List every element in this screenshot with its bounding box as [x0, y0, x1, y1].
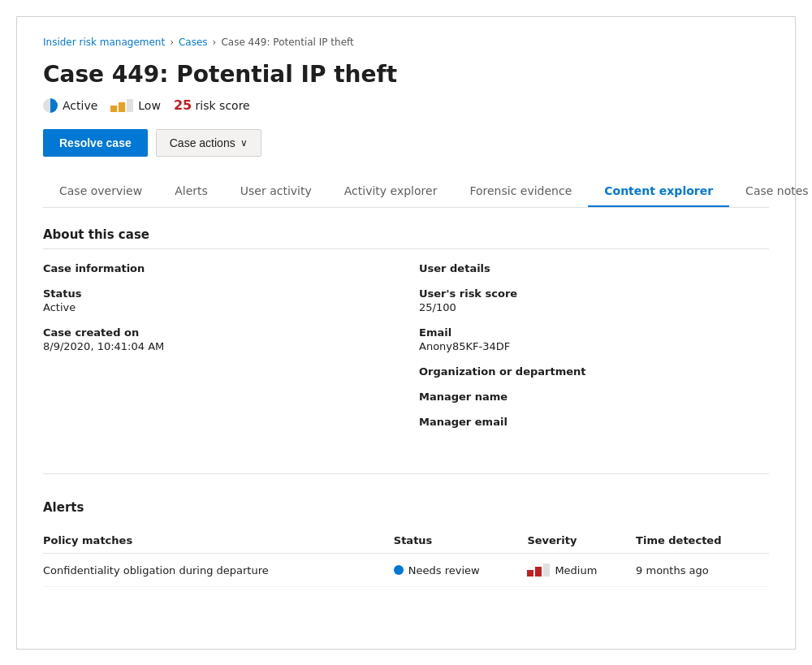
user-details-label: User details [419, 262, 769, 274]
alerts-table-body: Confidentiality obligation during depart… [43, 554, 769, 587]
status-field-value: Active [43, 301, 393, 313]
breadcrumb-insider-risk[interactable]: Insider risk management [43, 37, 165, 48]
alerts-section-title: Alerts [43, 500, 769, 515]
needs-review-label: Needs review [408, 564, 480, 576]
status-label: Active [63, 99, 97, 112]
org-dept-group: Organization or department [419, 365, 769, 378]
user-risk-score-label: User's risk score [419, 287, 769, 300]
case-created-label: Case created on [43, 326, 393, 339]
manager-name-label: Manager name [419, 391, 769, 403]
active-status-icon [43, 98, 58, 113]
breadcrumb-cases[interactable]: Cases [179, 37, 208, 48]
risk-score: 25 risk score [174, 97, 250, 113]
status-field-label: Status [43, 287, 393, 300]
tab-content-explorer[interactable]: Content explorer [588, 176, 729, 207]
tab-user-activity[interactable]: User activity [224, 176, 328, 207]
main-content: Case information Status Active Case crea… [43, 262, 769, 441]
case-information-header: Case information [43, 262, 393, 274]
sev-bar-3 [543, 564, 550, 576]
user-email-label: Email [419, 326, 769, 339]
tab-alerts[interactable]: Alerts [158, 176, 224, 207]
severity-medium: Medium [527, 564, 636, 576]
section-divider [43, 473, 769, 474]
time-detected-cell: 9 months ago [636, 554, 769, 587]
status-bar: Active Low 25 risk score [43, 97, 769, 113]
severity-cell: Medium [527, 554, 636, 587]
user-email-value: Anony85KF-34DF [419, 340, 769, 352]
case-actions-label: Case actions [170, 136, 235, 149]
tabs: Case overview Alerts User activity Activ… [43, 176, 769, 208]
col-severity: Severity [527, 528, 636, 554]
tab-case-notes[interactable]: Case notes [729, 176, 812, 207]
risk-score-label: risk score [196, 99, 250, 112]
manager-name-group: Manager name [419, 391, 769, 403]
risk-bar-3 [127, 99, 133, 112]
case-information-panel: Case information Status Active Case crea… [43, 262, 393, 441]
tab-case-overview[interactable]: Case overview [43, 176, 158, 207]
alerts-table-header-row: Policy matches Status Severity Time dete… [43, 528, 769, 554]
manager-email-group: Manager email [419, 416, 769, 428]
case-created-group: Case created on 8/9/2020, 10:41:04 AM [43, 326, 393, 352]
breadcrumb-sep-1: › [170, 37, 174, 48]
breadcrumb-sep-2: › [213, 37, 217, 48]
risk-score-value: 25 [174, 97, 192, 113]
table-row: Confidentiality obligation during depart… [43, 554, 769, 587]
alerts-section: Alerts Policy matches Status Severity Ti… [43, 500, 769, 587]
policy-match-cell: Confidentiality obligation during depart… [43, 554, 394, 587]
tab-activity-explorer[interactable]: Activity explorer [328, 176, 454, 207]
sev-bar-2 [535, 567, 542, 576]
alerts-table: Policy matches Status Severity Time dete… [43, 528, 769, 587]
risk-bar-1 [110, 106, 117, 112]
severity-bars [527, 564, 550, 576]
risk-level-label: Low [138, 99, 161, 112]
status-cell: Needs review [394, 554, 528, 587]
user-details-header: User details [419, 262, 769, 274]
page-title: Case 449: Potential IP theft [43, 61, 769, 88]
user-risk-score-value: 25/100 [419, 301, 769, 313]
tab-forensic-evidence[interactable]: Forensic evidence [453, 176, 588, 207]
case-information-label: Case information [43, 262, 393, 274]
breadcrumb: Insider risk management › Cases › Case 4… [43, 37, 769, 48]
needs-review-badge: Needs review [394, 564, 528, 576]
col-policy-matches: Policy matches [43, 528, 394, 554]
user-email-group: Email Anony85KF-34DF [419, 326, 769, 352]
user-details-panel: User details User's risk score 25/100 Em… [419, 262, 769, 441]
about-section-title: About this case [43, 227, 769, 249]
severity-label: Medium [555, 564, 597, 576]
risk-level: Low [110, 99, 161, 112]
status-group: Status Active [43, 287, 393, 313]
alerts-table-head: Policy matches Status Severity Time dete… [43, 528, 769, 554]
breadcrumb-current: Case 449: Potential IP theft [221, 37, 353, 48]
manager-email-label: Manager email [419, 416, 769, 428]
org-dept-label: Organization or department [419, 365, 769, 378]
case-created-value: 8/9/2020, 10:41:04 AM [43, 340, 393, 352]
resolve-case-button[interactable]: Resolve case [43, 129, 148, 157]
col-status: Status [394, 528, 528, 554]
risk-bars [110, 99, 133, 112]
case-actions-button[interactable]: Case actions ∨ [156, 129, 261, 157]
action-bar: Resolve case Case actions ∨ [43, 129, 769, 157]
chevron-down-icon: ∨ [240, 137, 248, 149]
needs-review-dot [394, 565, 404, 575]
status-active: Active [43, 98, 97, 113]
col-time-detected: Time detected [636, 528, 769, 554]
risk-bar-2 [119, 102, 125, 112]
sev-bar-1 [527, 570, 533, 576]
user-risk-score-group: User's risk score 25/100 [419, 287, 769, 313]
